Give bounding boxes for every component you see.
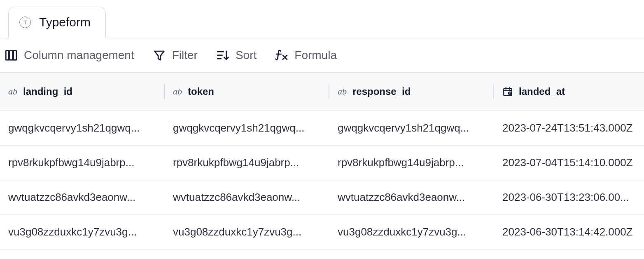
sort-button[interactable]: Sort: [216, 48, 257, 62]
cell-landing-id: rpv8rkukpfbwg14u9jabrp...: [0, 146, 165, 180]
formula-icon: [275, 48, 289, 62]
cell-landed-at: 2023-07-24T13:51:43.000Z: [494, 111, 644, 145]
tab-typeform[interactable]: T Typeform: [8, 7, 106, 38]
column-header-landing-id[interactable]: ab landing_id: [0, 73, 165, 111]
column-header-response-id[interactable]: ab response_id: [329, 73, 494, 111]
column-header-token[interactable]: ab token: [165, 73, 329, 111]
sort-icon: [216, 48, 230, 62]
cell-landing-id: vu3g08zzduxkc1y7zvu3g...: [0, 215, 165, 249]
cell-landed-at: 2023-06-30T13:14:42.000Z: [494, 215, 644, 249]
cell-landed-at: 2023-06-30T13:23:06.00...: [494, 180, 644, 214]
text-type-icon: ab: [338, 86, 347, 97]
column-name: token: [188, 86, 214, 97]
formula-button[interactable]: Formula: [275, 48, 337, 62]
svg-rect-0: [6, 51, 9, 60]
columns-icon: [4, 48, 18, 62]
text-type-icon: ab: [173, 86, 182, 97]
svg-rect-1: [9, 51, 12, 60]
svg-rect-2: [14, 51, 16, 60]
typeform-logo-glyph: T: [23, 19, 27, 26]
tab-bar: T Typeform: [0, 0, 644, 38]
table-header: ab landing_id ab token ab response_id la…: [0, 72, 644, 111]
cell-token: wvtuatzzc86avkd3eaonw...: [165, 180, 329, 214]
table-row[interactable]: gwqgkvcqervy1sh21qgwq... gwqgkvcqervy1sh…: [0, 111, 644, 146]
svg-line-16: [510, 93, 510, 94]
filter-button[interactable]: Filter: [152, 48, 198, 62]
column-management-button[interactable]: Column management: [4, 48, 134, 62]
cell-landed-at: 2023-07-04T15:14:10.000Z: [494, 146, 644, 180]
cell-token: gwqgkvcqervy1sh21qgwq...: [165, 111, 329, 145]
cell-token: rpv8rkukpfbwg14u9jabrp...: [165, 146, 329, 180]
column-management-label: Column management: [24, 49, 134, 62]
column-header-landed-at[interactable]: landed_at: [494, 73, 644, 111]
formula-label: Formula: [294, 49, 337, 62]
filter-icon: [152, 48, 166, 62]
column-name: landing_id: [23, 86, 72, 97]
cell-landing-id: gwqgkvcqervy1sh21qgwq...: [0, 111, 165, 145]
column-name: landed_at: [519, 86, 565, 97]
toolbar: Column management Filter Sort: [0, 38, 644, 72]
cell-landing-id: wvtuatzzc86avkd3eaonw...: [0, 180, 165, 214]
table-row[interactable]: rpv8rkukpfbwg14u9jabrp... rpv8rkukpfbwg1…: [0, 146, 644, 180]
table-row[interactable]: vu3g08zzduxkc1y7zvu3g... vu3g08zzduxkc1y…: [0, 215, 644, 250]
cell-response-id: vu3g08zzduxkc1y7zvu3g...: [329, 215, 494, 249]
text-type-icon: ab: [8, 86, 17, 97]
column-name: response_id: [352, 86, 411, 97]
typeform-logo-icon: T: [19, 16, 31, 28]
table-body: gwqgkvcqervy1sh21qgwq... gwqgkvcqervy1sh…: [0, 111, 644, 250]
filter-label: Filter: [172, 49, 198, 62]
cell-response-id: rpv8rkukpfbwg14u9jabrp...: [329, 146, 494, 180]
cell-response-id: gwqgkvcqervy1sh21qgwq...: [329, 111, 494, 145]
cell-token: vu3g08zzduxkc1y7zvu3g...: [165, 215, 329, 249]
date-type-icon: [502, 86, 513, 97]
cell-response-id: wvtuatzzc86avkd3eaonw...: [329, 180, 494, 214]
table-row[interactable]: wvtuatzzc86avkd3eaonw... wvtuatzzc86avkd…: [0, 180, 644, 215]
sort-label: Sort: [236, 49, 257, 62]
tab-label: Typeform: [39, 15, 91, 29]
